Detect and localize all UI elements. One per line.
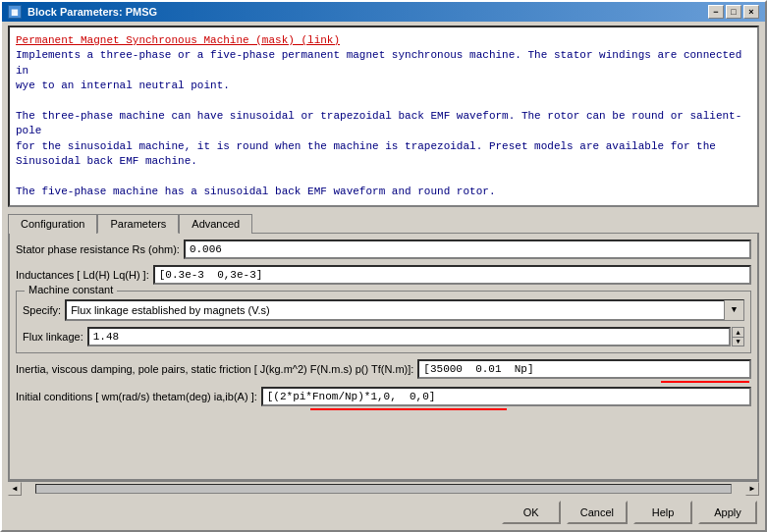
inertia-underline-container (16, 381, 751, 383)
desc-line9: The five-phase machine has a sinusoidal … (16, 185, 751, 199)
tabs-row: Configuration Parameters Advanced (8, 213, 759, 233)
horizontal-scrollbar: ◀ ▶ (8, 481, 759, 495)
stator-input-wrap (184, 239, 751, 259)
close-button[interactable]: × (743, 5, 759, 19)
specify-dropdown[interactable]: Flux linkage established by magnets (V.s… (65, 299, 744, 321)
content-area: Permanent Magnet Synchronous Machine (ma… (2, 22, 765, 530)
minimize-button[interactable]: − (708, 5, 724, 19)
initial-row-container: Initial conditions [ wm(rad/s) thetam(de… (16, 387, 751, 410)
desc-line6: for the sinusoidal machine, it is round … (16, 139, 751, 154)
title-controls: − □ × (708, 5, 759, 19)
maximize-button[interactable]: □ (726, 5, 741, 19)
desc-line7: Sinusoidal back EMF machine. (16, 154, 751, 169)
stator-label: Stator phase resistance Rs (ohm): (16, 243, 180, 255)
initial-input[interactable] (261, 387, 751, 406)
footer-buttons: OK Cancel Help Apply (2, 495, 765, 530)
inductances-input[interactable] (153, 265, 751, 285)
desc-line3: wye to an internal neutral point. (16, 79, 751, 93)
scroll-left-button[interactable]: ◀ (8, 482, 22, 496)
apply-button[interactable]: Apply (698, 501, 757, 524)
flux-row: Flux linkage: ▲ ▼ (23, 327, 744, 346)
inertia-red-underline (661, 381, 749, 383)
tab-configuration[interactable]: Configuration (8, 214, 97, 234)
flux-input[interactable] (87, 327, 731, 346)
desc-line2: Implements a three-phase or a five-phase… (16, 48, 751, 79)
group-legend: Machine constant (25, 284, 117, 295)
initial-underline-container (310, 408, 751, 410)
desc-line5: The three-phase machine can have sinusoi… (16, 109, 751, 139)
inertia-row: Inertia, viscous damping, pole pairs, st… (16, 359, 751, 379)
window-title: Block Parameters: PMSG (27, 6, 157, 18)
initial-red-underline (310, 408, 507, 410)
main-window: ▦ Block Parameters: PMSG − □ × Permanent… (0, 0, 767, 532)
stator-input[interactable] (184, 239, 751, 259)
desc-line1: Permanent Magnet Synchronous Machine (ma… (16, 33, 751, 48)
help-button[interactable]: Help (633, 501, 692, 524)
flux-scroll-up[interactable]: ▲ (733, 328, 743, 338)
inductances-input-wrap (153, 265, 751, 285)
inertia-input-wrap (417, 359, 751, 379)
flux-input-container: ▲ ▼ (87, 327, 744, 346)
initial-input-wrap (261, 387, 751, 406)
scroll-track[interactable] (35, 484, 732, 494)
ok-button[interactable]: OK (502, 501, 561, 524)
inertia-input[interactable] (417, 359, 751, 379)
flux-scroll-down[interactable]: ▼ (733, 338, 743, 346)
inertia-row-container: Inertia, viscous damping, pole pairs, st… (16, 359, 751, 383)
initial-row: Initial conditions [ wm(rad/s) thetam(de… (16, 387, 751, 406)
tab-parameters[interactable]: Parameters (97, 214, 179, 234)
params-panel: Stator phase resistance Rs (ohm): Induct… (8, 233, 759, 481)
inductances-label: Inductances [ Ld(H) Lq(H) ]: (16, 269, 149, 281)
flux-label: Flux linkage: (23, 331, 83, 343)
initial-label: Initial conditions [ wm(rad/s) thetam(de… (16, 391, 257, 402)
cancel-button[interactable]: Cancel (567, 501, 628, 524)
tab-advanced[interactable]: Advanced (179, 214, 252, 234)
specify-row: Specify: Flux linkage established by mag… (23, 299, 744, 321)
description-panel: Permanent Magnet Synchronous Machine (ma… (8, 26, 759, 207)
scroll-right-button[interactable]: ▶ (745, 482, 759, 496)
inductances-row: Inductances [ Ld(H) Lq(H) ]: (16, 265, 751, 285)
machine-constant-group: Machine constant Specify: Flux linkage e… (16, 291, 751, 353)
title-bar: ▦ Block Parameters: PMSG − □ × (2, 2, 765, 22)
stator-row: Stator phase resistance Rs (ohm): (16, 239, 751, 259)
specify-dropdown-wrap: Flux linkage established by magnets (V.s… (65, 299, 744, 321)
flux-scroll-buttons: ▲ ▼ (732, 327, 744, 346)
specify-label: Specify: (23, 304, 61, 316)
inertia-label: Inertia, viscous damping, pole pairs, st… (16, 363, 413, 375)
window-icon: ▦ (8, 5, 22, 19)
